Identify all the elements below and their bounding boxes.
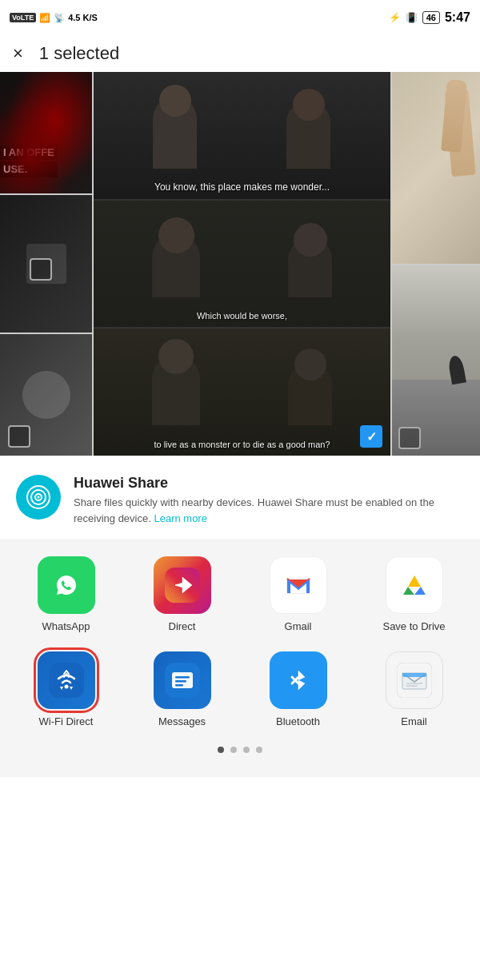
vibrate-icon: 📳 [406,12,418,23]
subtitle-3: to live as a monster or to die as a good… [94,440,390,449]
clock: 5:47 [445,10,470,25]
pagination-dot-3[interactable] [243,747,250,753]
drive-label: Save to Drive [382,620,445,632]
battery-indicator: 46 [422,11,440,24]
gmail-icon [270,556,327,614]
huawei-share-title: Huawei Share [74,475,464,492]
apps-section: WhatsApp [0,539,480,777]
signal-strength: 📶 [39,13,50,23]
pagination [0,737,480,769]
instagram-icon [154,556,211,614]
selected-checkbox[interactable]: ✓ [360,425,382,448]
email-label: Email [401,715,427,727]
app-messages[interactable]: Messages [134,651,230,727]
email-icon [386,651,443,709]
svg-point-15 [64,685,68,689]
learn-more-link[interactable]: Learn more [154,512,206,524]
messages-label: Messages [158,715,206,727]
gmail-label: Gmail [285,620,312,632]
bluetooth-icon [270,651,327,709]
svg-rect-20 [175,684,183,687]
bluetooth-status-icon: ⚡ [389,12,401,23]
bluetooth-label: Bluetooth [276,715,320,727]
gallery-cell-hand[interactable] [392,72,480,264]
wifidirect-label: Wi-Fi Direct [39,715,94,727]
gallery-cell-dark-text[interactable]: I AN OFFE USE. [0,72,92,193]
svg-rect-18 [175,676,190,679]
huawei-share-section: Huawei Share Share files quickly with ne… [0,456,480,539]
wifidirect-icon [38,651,95,709]
app-drive[interactable]: Save to Drive [366,556,462,632]
svg-point-3 [38,496,40,499]
gallery-cell-bottom[interactable] [0,334,92,456]
close-button[interactable]: × [13,43,23,64]
speed-indicator: 4.5 K/S [68,13,98,22]
wifi-icon: 📡 [54,13,65,23]
selection-header: × 1 selected [0,35,480,72]
subtitle-1: You know, this place makes me wonder... [94,181,390,193]
huawei-share-icon [16,475,61,520]
status-bar: VoLTE 📶 📡 4.5 K/S ⚡ 📳 46 5:47 [0,0,480,35]
whatsapp-label: WhatsApp [42,620,90,632]
huawei-share-text: Huawei Share Share files quickly with ne… [74,475,464,526]
gallery-col-left: I AN OFFE USE. [0,72,92,456]
messages-icon [154,651,211,709]
pagination-dot-4[interactable] [256,747,262,753]
svg-rect-24 [402,673,426,677]
selection-count: 1 selected [39,43,119,64]
pagination-dot-2[interactable] [230,747,237,753]
app-bluetooth[interactable]: Bluetooth [250,651,346,727]
gallery-cell-mid[interactable] [0,195,92,333]
subtitle-2: Which would be worse, [94,311,390,321]
huawei-share-description: Share files quickly with nearby devices.… [74,495,464,526]
svg-rect-19 [175,680,186,683]
image-gallery: I AN OFFE USE. [0,72,480,456]
app-gmail[interactable]: Gmail [250,556,346,632]
direct-label: Direct [169,620,196,632]
gallery-col-center[interactable]: You know, this place makes me wonder... … [94,72,390,456]
apps-row-2: Wi-Fi Direct Messages [0,642,480,737]
gallery-cell-landscape[interactable] [392,265,480,456]
app-email[interactable]: Email [366,651,462,727]
volte-badge: VoLTE [10,13,36,22]
movie-scene: You know, this place makes me wonder... … [94,72,390,456]
apps-row-1: WhatsApp [0,547,480,642]
app-wifidirect[interactable]: Wi-Fi Direct [18,651,114,727]
status-left: VoLTE 📶 📡 4.5 K/S [10,13,98,23]
status-icons: ⚡ 📳 46 5:47 [389,10,470,25]
app-direct[interactable]: Direct [134,556,230,632]
whatsapp-icon [38,556,95,614]
gallery-col-right [392,72,480,456]
app-whatsapp[interactable]: WhatsApp [18,556,114,632]
pagination-dot-1[interactable] [218,747,224,753]
drive-icon [386,556,443,614]
